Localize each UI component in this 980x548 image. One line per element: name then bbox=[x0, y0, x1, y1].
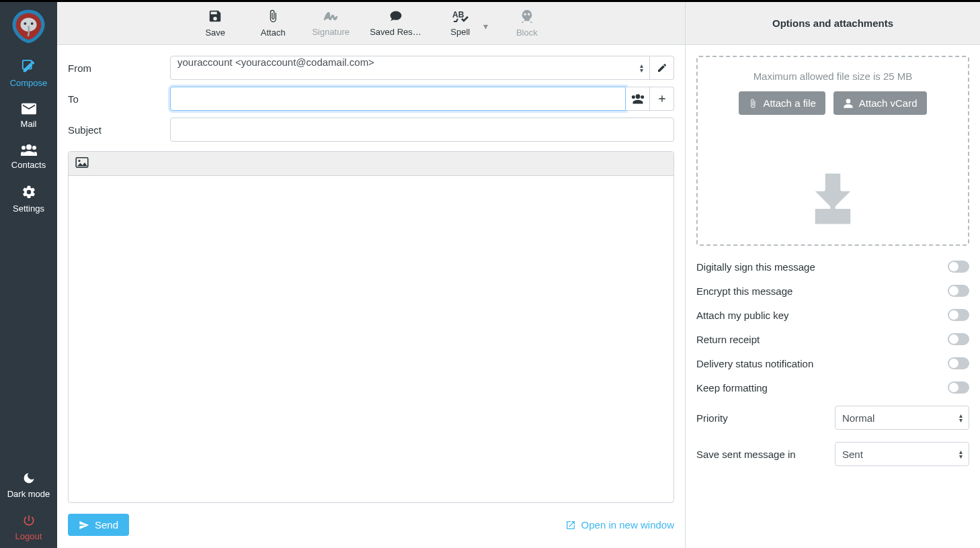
mail-icon bbox=[22, 103, 36, 115]
toolbar-label: Saved Res… bbox=[370, 27, 421, 37]
option-label: Return receipt bbox=[696, 334, 760, 345]
savein-label: Save sent message in bbox=[696, 449, 796, 460]
link-label: Open in new window bbox=[581, 519, 674, 531]
compose-area: From youraccount <youraccount@codamail.c… bbox=[57, 45, 685, 548]
from-select[interactable]: youraccount <youraccount@codamail.com> bbox=[170, 56, 650, 80]
insert-image-button[interactable] bbox=[75, 157, 89, 170]
gear-icon bbox=[22, 185, 36, 199]
open-new-window-link[interactable]: Open in new window bbox=[565, 519, 674, 531]
app-logo bbox=[10, 7, 47, 44]
svg-point-6 bbox=[78, 160, 80, 162]
subject-label: Subject bbox=[68, 124, 170, 136]
option-label: Encrypt this message bbox=[696, 285, 792, 297]
sidebar-item-darkmode[interactable]: Dark mode bbox=[0, 463, 57, 506]
toggle-attach-key[interactable] bbox=[948, 309, 969, 321]
to-input[interactable] bbox=[170, 87, 626, 111]
sidebar-item-mail[interactable]: Mail bbox=[0, 95, 57, 136]
main-column: Save Attach Signature Saved Res… AB Spel… bbox=[57, 2, 686, 548]
subject-input[interactable] bbox=[170, 118, 674, 142]
svg-point-2 bbox=[31, 22, 34, 25]
editor-toolbar bbox=[69, 152, 673, 176]
sidebar-item-label: Dark mode bbox=[7, 489, 50, 499]
contacts-icon bbox=[631, 93, 645, 104]
send-button[interactable]: Send bbox=[68, 514, 129, 536]
message-body[interactable] bbox=[69, 176, 673, 502]
external-icon bbox=[565, 520, 576, 531]
option-label: Delivery status notification bbox=[696, 358, 813, 369]
send-icon bbox=[79, 520, 89, 531]
block-button: Block bbox=[508, 9, 546, 38]
user-icon bbox=[843, 98, 854, 109]
savein-select[interactable]: Sent bbox=[835, 442, 969, 466]
option-label: Keep formatting bbox=[696, 382, 768, 394]
toggle-keep-formatting[interactable] bbox=[948, 381, 969, 394]
spellcheck-icon: AB bbox=[452, 9, 468, 23]
paperclip-icon bbox=[266, 9, 280, 24]
toolbar-label: Block bbox=[516, 28, 538, 38]
toggle-return-receipt[interactable] bbox=[948, 333, 969, 345]
plus-icon bbox=[657, 93, 667, 104]
comment-icon bbox=[389, 9, 403, 23]
signature-icon bbox=[323, 9, 339, 23]
sidebar-item-settings[interactable]: Settings bbox=[0, 177, 57, 220]
toolbar: Save Attach Signature Saved Res… AB Spel… bbox=[57, 2, 685, 45]
paperclip-icon bbox=[748, 98, 758, 109]
attach-file-button[interactable]: Attach a file bbox=[739, 91, 825, 115]
sidebar-item-compose[interactable]: Compose bbox=[0, 51, 57, 95]
toggle-encrypt[interactable] bbox=[948, 285, 969, 297]
spell-button[interactable]: AB Spell bbox=[442, 9, 479, 37]
pencil-icon bbox=[657, 62, 667, 73]
option-label: Attach my public key bbox=[696, 310, 789, 321]
button-label: Attach vCard bbox=[859, 97, 917, 109]
priority-label: Priority bbox=[696, 412, 728, 424]
signature-button: Signature bbox=[312, 9, 350, 37]
attach-button[interactable]: Attach bbox=[254, 9, 292, 38]
save-button[interactable]: Save bbox=[196, 9, 234, 38]
from-label: From bbox=[68, 62, 170, 74]
to-label: To bbox=[68, 93, 170, 105]
contacts-icon bbox=[21, 144, 37, 156]
editor bbox=[68, 151, 674, 503]
toolbar-label: Attach bbox=[261, 28, 286, 38]
sidebar-item-label: Compose bbox=[10, 78, 48, 88]
saved-responses-button[interactable]: Saved Res… bbox=[370, 9, 421, 37]
sidebar-item-label: Settings bbox=[13, 203, 44, 214]
moon-icon bbox=[22, 471, 36, 485]
toolbar-label: Save bbox=[205, 28, 225, 38]
spell-dropdown-caret[interactable]: ▾ bbox=[483, 21, 488, 32]
maxsize-hint: Maximum allowed file size is 25 MB bbox=[706, 71, 960, 82]
download-icon bbox=[803, 169, 863, 229]
sidebar-item-label: Mail bbox=[21, 119, 37, 129]
compose-icon bbox=[22, 59, 36, 74]
sidebar-item-label: Logout bbox=[15, 531, 42, 541]
toggle-dsn[interactable] bbox=[948, 357, 969, 369]
svg-point-1 bbox=[24, 22, 26, 25]
attachment-dropzone[interactable]: Maximum allowed file size is 25 MB Attac… bbox=[696, 56, 969, 246]
sidebar-item-logout[interactable]: Logout bbox=[0, 506, 57, 548]
option-label: Digitally sign this message bbox=[696, 261, 815, 273]
add-recipient-button[interactable] bbox=[650, 87, 674, 111]
save-icon bbox=[208, 9, 222, 24]
sidebar-item-contacts[interactable]: Contacts bbox=[0, 136, 57, 177]
power-icon bbox=[22, 514, 36, 527]
toolbar-label: Signature bbox=[312, 27, 350, 37]
svg-text:AB: AB bbox=[452, 10, 464, 19]
sidebar-item-label: Contacts bbox=[11, 160, 46, 170]
image-icon bbox=[75, 157, 89, 168]
button-label: Attach a file bbox=[763, 97, 815, 109]
pick-contacts-button[interactable] bbox=[626, 87, 650, 111]
priority-select[interactable]: Normal bbox=[835, 406, 969, 430]
toolbar-label: Spell bbox=[450, 27, 470, 37]
button-label: Send bbox=[95, 519, 118, 531]
edit-identity-button[interactable] bbox=[650, 56, 674, 80]
sidebar: Compose Mail Contacts Settings Dark mode… bbox=[0, 2, 57, 548]
right-panel: Options and attachments Maximum allowed … bbox=[686, 2, 980, 548]
toggle-sign[interactable] bbox=[948, 261, 969, 273]
right-panel-title: Options and attachments bbox=[686, 2, 980, 45]
attach-vcard-button[interactable]: Attach vCard bbox=[833, 91, 927, 115]
skull-icon bbox=[520, 9, 534, 24]
